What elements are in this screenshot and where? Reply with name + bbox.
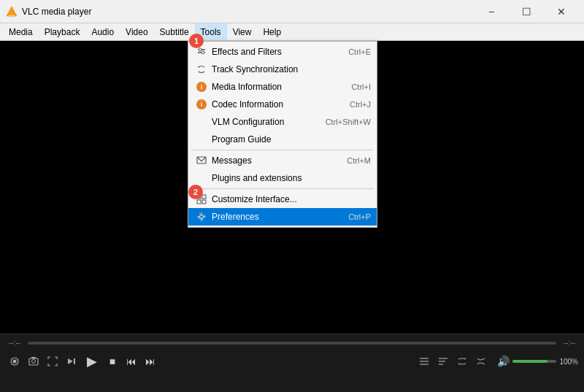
step2-badge: 2 [188,185,203,199]
svg-marker-0 [7,7,17,16]
vlmconfig-shortcut: Ctrl+Shift+W [326,118,371,126]
preferences-icon [194,212,209,222]
time-remaining: --:-- [561,339,578,347]
menu-video[interactable]: Video [120,23,153,40]
effects-label: Effects and Filters [212,47,342,57]
svg-point-19 [32,360,36,364]
sync-icon [194,64,209,74]
programguide-label: Program Guide [212,134,365,145]
menu-subtitle[interactable]: Subtitle [154,23,195,40]
playlist-button[interactable] [415,353,433,370]
menu-messages[interactable]: Messages Ctrl+M [188,152,377,169]
menu-program-guide[interactable]: Program Guide [188,131,377,148]
menu-preferences[interactable]: Preferences Ctrl+P [188,208,377,226]
menu-view[interactable]: View [227,23,258,40]
fullscreen-button[interactable] [44,353,61,370]
menu-media-info[interactable]: i Media Information Ctrl+I [188,78,377,96]
codecinfo-label: Codec Information [212,99,344,109]
svg-point-1 [8,15,15,17]
menu-media[interactable]: Media [3,23,39,40]
svg-rect-20 [31,357,36,358]
vlmconfig-label: VLM Configuration [212,117,320,127]
bottom-controls: --:-- --:-- ▶ ■ ⏮ ⏭ [0,334,584,392]
svg-marker-21 [68,358,73,364]
record-button[interactable] [6,353,23,370]
progress-bar[interactable] [28,342,556,345]
menu-customize[interactable]: Customize Interface... [188,191,377,208]
preferences-label: Preferences [212,212,342,222]
preferences-shortcut: Ctrl+P [348,212,371,221]
menu-plugins[interactable]: Plugins and extensions [188,169,377,187]
separator-1 [191,150,374,150]
svg-point-4 [199,48,201,51]
svg-rect-8 [202,195,206,199]
menu-vlm-config[interactable]: VLM Configuration Ctrl+Shift+W [188,113,377,131]
menu-effects-filters[interactable]: Effects and Filters Ctrl+E [188,43,377,61]
messages-label: Messages [212,155,341,166]
extended-button[interactable] [434,353,452,370]
menu-bar: Media Playback Audio Video Subtitle Tool… [0,23,584,41]
svg-point-11 [200,215,204,219]
media-info-icon: i [194,82,209,92]
codecinfo-shortcut: Ctrl+J [350,100,371,109]
messages-shortcut: Ctrl+M [347,156,371,165]
svg-rect-9 [197,200,201,204]
messages-icon [194,156,209,165]
app-icon [6,6,18,18]
effects-shortcut: Ctrl+E [348,47,371,56]
volume-fill [512,360,548,363]
menu-audio[interactable]: Audio [85,23,120,40]
plugins-label: Plugins and extensions [212,173,365,183]
title-bar: VLC media player − ☐ ✕ [0,0,584,23]
transport-controls: ▶ ■ ⏮ ⏭ 🔊 100% [0,348,584,374]
prev-button[interactable]: ⏮ [123,353,140,370]
close-button[interactable]: ✕ [545,0,578,23]
tracksync-label: Track Synchronization [212,64,365,74]
mediainfo-shortcut: Ctrl+I [351,82,371,91]
snapshot-button[interactable] [25,353,42,370]
menu-playback[interactable]: Playback [39,23,86,40]
play-button[interactable]: ▶ [82,351,102,372]
svg-rect-22 [74,358,75,364]
separator-2 [191,188,374,189]
menu-track-sync[interactable]: Track Synchronization [188,61,377,78]
stop-button[interactable]: ■ [104,353,121,370]
time-elapsed: --:-- [6,339,23,347]
svg-point-17 [13,360,17,364]
mediainfo-label: Media Information [212,82,345,92]
window-title: VLC media player [22,7,474,17]
volume-icon: 🔊 [497,356,510,367]
volume-slider[interactable] [512,360,556,363]
menu-codec-info[interactable]: i Codec Information Ctrl+J [188,96,377,113]
skip-button[interactable] [63,353,80,370]
codec-info-icon: i [194,99,209,109]
volume-area: 🔊 100% [497,356,578,367]
step1-badge: 1 [189,34,204,48]
tools-dropdown: Effects and Filters Ctrl+E Track Synchro… [188,41,377,228]
svg-point-5 [201,51,204,54]
next-button[interactable]: ⏭ [142,353,159,370]
minimize-button[interactable]: − [474,0,508,23]
sliders-icon [194,47,209,57]
svg-rect-10 [202,200,206,204]
maximize-button[interactable]: ☐ [510,0,543,23]
menu-help[interactable]: Help [257,23,287,40]
repeat-button[interactable] [453,353,471,370]
customize-label: Customize Interface... [212,194,365,204]
window-controls: − ☐ ✕ [474,0,578,23]
shuffle-button[interactable] [472,353,490,370]
volume-label: 100% [559,358,578,366]
